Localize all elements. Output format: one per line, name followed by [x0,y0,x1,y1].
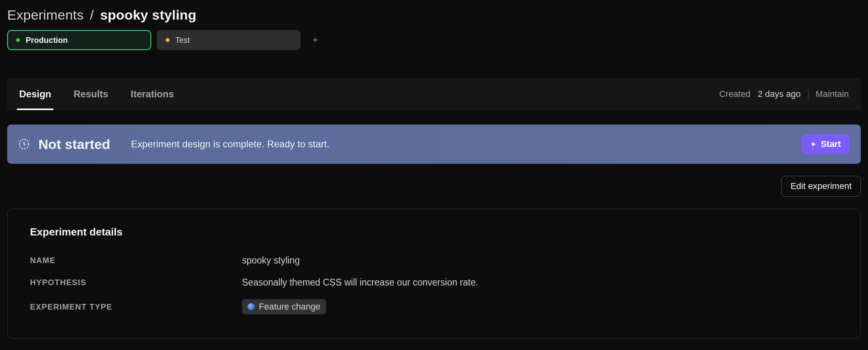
experiment-details-card: Experiment details Name spooky styling H… [7,209,861,339]
detail-label: Hypothesis [30,278,242,287]
env-pill-test[interactable]: Test [157,30,301,50]
detail-value: spooky styling [242,255,300,266]
play-icon [810,141,817,147]
status-subtitle: Experiment design is complete. Ready to … [131,139,329,150]
status-dot-icon [166,38,170,42]
tab-iterations[interactable]: Iterations [131,78,174,110]
status-dot-icon [16,38,20,42]
divider [808,89,808,99]
start-button-label: Start [821,139,841,149]
detail-row-name: Name spooky styling [30,249,838,272]
tab-results[interactable]: Results [74,78,108,110]
add-environment-button[interactable]: + [310,35,320,45]
type-chip: Feature change [242,299,326,314]
edit-experiment-button[interactable]: Edit experiment [781,176,861,197]
breadcrumb-separator: / [88,7,96,22]
status-banner: Not started Experiment design is complet… [7,125,861,164]
breadcrumb-current: spooky styling [100,7,196,22]
breadcrumb-parent[interactable]: Experiments [7,7,84,22]
sphere-icon [248,303,255,310]
detail-row-hypothesis: Hypothesis Seasonally themed CSS will in… [30,272,838,294]
card-heading: Experiment details [30,226,838,238]
type-chip-label: Feature change [259,302,320,312]
env-label: Test [175,36,190,45]
detail-label: Experiment type [30,302,242,312]
env-label: Production [26,36,68,45]
detail-row-type: Experiment type Feature change [30,294,838,320]
env-pill-production[interactable]: Production [7,30,151,50]
tabs-bar: Design Results Iterations Created 2 days… [7,78,861,110]
plus-icon: + [313,35,318,45]
detail-value: Seasonally themed CSS will increase our … [242,277,478,288]
maintainer-label: Maintain [816,89,849,99]
status-title: Not started [38,137,110,152]
start-button[interactable]: Start [802,134,850,154]
tab-design[interactable]: Design [19,78,51,110]
environment-pills: Production Test + [7,30,861,50]
clock-icon [18,139,30,150]
breadcrumb: Experiments / spooky styling [7,7,861,23]
created-label: Created [719,89,750,99]
created-value: 2 days ago [758,89,801,99]
tabs-meta: Created 2 days ago Maintain [719,89,849,99]
detail-label: Name [30,256,242,265]
